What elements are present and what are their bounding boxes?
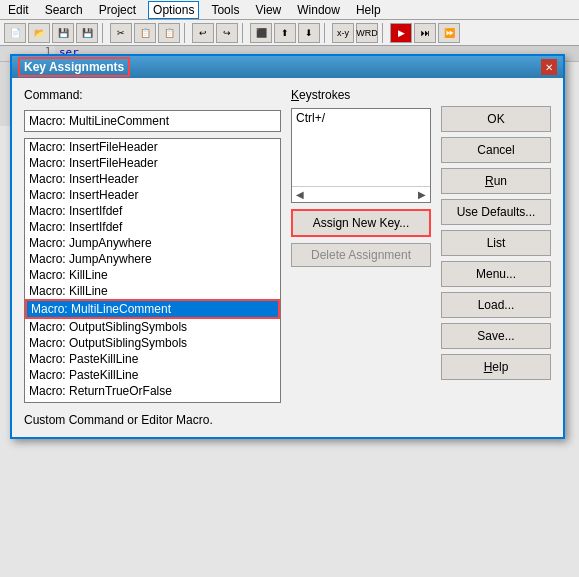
menu-project[interactable]: Project [95,2,140,18]
menu-options[interactable]: Options [148,1,199,19]
command-list[interactable]: Macro: InsertFileHeaderMacro: InsertFile… [24,138,281,403]
list-item[interactable]: Macro: OutputSiblingSymbols [25,335,280,351]
toolbar-b6[interactable]: ▶ [390,23,412,43]
dialog-close-button[interactable]: ✕ [541,59,557,75]
menu-window[interactable]: Window [293,2,344,18]
keystroke-arrows: ◀ ▶ [292,186,430,202]
list-item[interactable]: Macro: JumpAnywhere [25,251,280,267]
list-item[interactable]: Macro: InsertFileHeader [25,139,280,155]
key-assignments-dialog: Key Assignments ✕ Command: Macro: Insert… [10,54,565,439]
toolbar-sep2 [184,23,188,43]
toolbar-undo[interactable]: ↩ [192,23,214,43]
toolbar: 📄 📂 💾 💾 ✂ 📋 📋 ↩ ↪ ⬛ ⬆ ⬇ x-y WRD ▶ ⏭ ⏩ [0,20,579,46]
toolbar-b8[interactable]: ⏩ [438,23,460,43]
toolbar-b1[interactable]: ⬛ [250,23,272,43]
status-text: Custom Command or Editor Macro. [24,413,281,427]
list-item[interactable]: Macro: KillLine [25,267,280,283]
toolbar-sep3 [242,23,246,43]
list-item[interactable]: Macro: MultiLineComment [25,299,280,319]
arrow-right-icon: ▶ [418,189,426,200]
menu-view[interactable]: View [251,2,285,18]
toolbar-redo[interactable]: ↪ [216,23,238,43]
toolbar-save2[interactable]: 💾 [76,23,98,43]
toolbar-b4[interactable]: x-y [332,23,354,43]
arrow-left-icon: ◀ [296,189,304,200]
cancel-button[interactable]: Cancel [441,137,551,163]
delete-assignment-button[interactable]: Delete Assignment [291,243,431,267]
dialog-body: Command: Macro: InsertFileHeaderMacro: I… [12,78,563,437]
toolbar-sep4 [324,23,328,43]
menu-edit[interactable]: Edit [4,2,33,18]
keystrokes-box: Ctrl+/ ◀ ▶ [291,108,431,203]
use-defaults-button[interactable]: Use Defaults... [441,199,551,225]
list-item[interactable]: Macro: InsertIfdef [25,219,280,235]
action-buttons-panel: OK Cancel Run Use Defaults... List Menu.… [441,88,551,427]
list-item[interactable]: Macro: InsertHeader [25,171,280,187]
list-item[interactable]: Macro: PasteKillLine [25,351,280,367]
toolbar-save[interactable]: 💾 [52,23,74,43]
dialog-title: Key Assignments [18,57,130,77]
menubar: Edit Search Project Options Tools View W… [0,0,579,20]
editor-area: 1 ser 2 N 3 ser 4 retu 5 def Key Assignm… [0,46,579,577]
toolbar-b3[interactable]: ⬇ [298,23,320,43]
help-button[interactable]: Help [441,354,551,380]
list-item[interactable]: Macro: JumpAnywhere [25,235,280,251]
toolbar-sep5 [382,23,386,43]
assign-new-key-button[interactable]: Assign New Key... [291,209,431,237]
list-item[interactable]: Macro: ReturnTrueOrFalse [25,399,280,403]
command-label: Command: [24,88,281,102]
command-panel: Command: Macro: InsertFileHeaderMacro: I… [24,88,281,427]
toolbar-cut[interactable]: ✂ [110,23,132,43]
toolbar-paste[interactable]: 📋 [158,23,180,43]
keystrokes-label: Keystrokes [291,88,431,102]
menu-search[interactable]: Search [41,2,87,18]
keystroke-value: Ctrl+/ [292,109,430,127]
keystrokes-panel: Keystrokes Ctrl+/ ◀ ▶ Assign New Key... … [291,88,431,427]
list-button[interactable]: List [441,230,551,256]
run-button[interactable]: Run [441,168,551,194]
menu-help[interactable]: Help [352,2,385,18]
menu-tools[interactable]: Tools [207,2,243,18]
toolbar-copy[interactable]: 📋 [134,23,156,43]
list-item[interactable]: Macro: OutputSiblingSymbols [25,319,280,335]
load-button[interactable]: Load... [441,292,551,318]
toolbar-new[interactable]: 📄 [4,23,26,43]
toolbar-b5[interactable]: WRD [356,23,378,43]
list-item[interactable]: Macro: ReturnTrueOrFalse [25,383,280,399]
menu-button[interactable]: Menu... [441,261,551,287]
list-item[interactable]: Macro: InsertIfdef [25,203,280,219]
save-button[interactable]: Save... [441,323,551,349]
ok-button[interactable]: OK [441,106,551,132]
list-item[interactable]: Macro: PasteKillLine [25,367,280,383]
list-item[interactable]: Macro: KillLine [25,283,280,299]
toolbar-open[interactable]: 📂 [28,23,50,43]
dialog-titlebar: Key Assignments ✕ [12,56,563,78]
dialog-overlay: Key Assignments ✕ Command: Macro: Insert… [0,46,579,577]
list-item[interactable]: Macro: InsertFileHeader [25,155,280,171]
list-item[interactable]: Macro: InsertHeader [25,187,280,203]
toolbar-b7[interactable]: ⏭ [414,23,436,43]
command-input[interactable] [24,110,281,132]
toolbar-sep1 [102,23,106,43]
toolbar-b2[interactable]: ⬆ [274,23,296,43]
